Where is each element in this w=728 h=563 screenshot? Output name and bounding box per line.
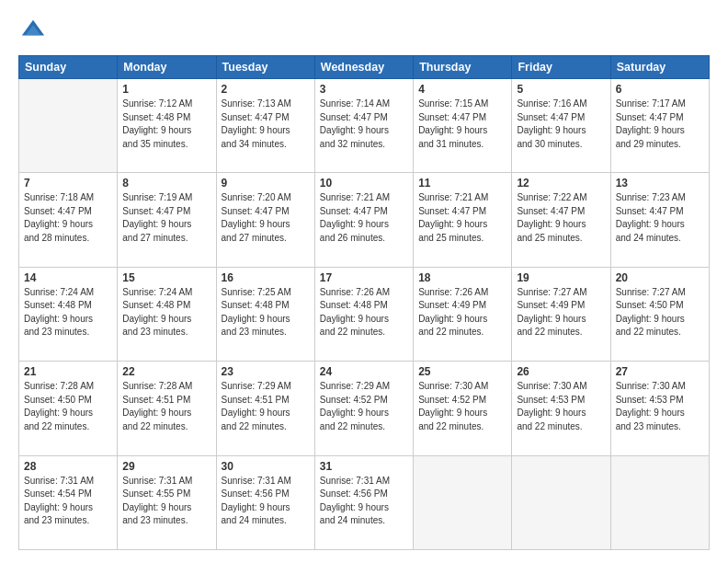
calendar-cell: 6Sunrise: 7:17 AMSunset: 4:47 PMDaylight… [610, 79, 709, 173]
page: SundayMondayTuesdayWednesdayThursdayFrid… [0, 0, 728, 563]
calendar-cell: 8Sunrise: 7:19 AMSunset: 4:47 PMDaylight… [118, 173, 216, 267]
day-info: Sunrise: 7:29 AMSunset: 4:51 PMDaylight:… [222, 380, 310, 433]
day-number: 22 [122, 365, 210, 378]
day-info: Sunrise: 7:27 AMSunset: 4:49 PMDaylight:… [517, 286, 605, 339]
calendar-cell: 22Sunrise: 7:28 AMSunset: 4:51 PMDayligh… [118, 362, 216, 455]
logo [18, 17, 50, 46]
calendar-cell: 3Sunrise: 7:14 AMSunset: 4:47 PMDaylight… [314, 79, 413, 173]
day-info: Sunrise: 7:21 AMSunset: 4:47 PMDaylight:… [418, 191, 506, 245]
day-info: Sunrise: 7:28 AMSunset: 4:50 PMDaylight:… [24, 380, 112, 433]
day-number: 18 [418, 271, 506, 284]
day-info: Sunrise: 7:30 AMSunset: 4:53 PMDaylight:… [616, 380, 704, 433]
calendar-cell: 20Sunrise: 7:27 AMSunset: 4:50 PMDayligh… [610, 267, 709, 361]
day-info: Sunrise: 7:29 AMSunset: 4:52 PMDaylight:… [320, 380, 408, 433]
calendar-cell: 13Sunrise: 7:23 AMSunset: 4:47 PMDayligh… [610, 173, 709, 267]
weekday-header: Monday [118, 56, 216, 79]
day-number: 10 [320, 177, 408, 190]
weekday-header: Sunday [19, 56, 118, 79]
weekday-header: Wednesday [314, 56, 413, 79]
day-info: Sunrise: 7:28 AMSunset: 4:51 PMDaylight:… [122, 380, 210, 433]
day-number: 12 [517, 177, 605, 190]
calendar-cell: 11Sunrise: 7:21 AMSunset: 4:47 PMDayligh… [414, 173, 512, 267]
day-info: Sunrise: 7:12 AMSunset: 4:48 PMDaylight:… [122, 98, 210, 151]
calendar-cell: 17Sunrise: 7:26 AMSunset: 4:48 PMDayligh… [314, 267, 413, 361]
day-info: Sunrise: 7:31 AMSunset: 4:54 PMDaylight:… [24, 475, 112, 528]
calendar-cell: 21Sunrise: 7:28 AMSunset: 4:50 PMDayligh… [19, 362, 118, 455]
day-info: Sunrise: 7:13 AMSunset: 4:47 PMDaylight:… [222, 98, 310, 151]
day-number: 4 [418, 83, 506, 96]
calendar-table: SundayMondayTuesdayWednesdayThursdayFrid… [18, 55, 710, 550]
calendar-cell [610, 455, 709, 549]
day-info: Sunrise: 7:24 AMSunset: 4:48 PMDaylight:… [122, 286, 210, 339]
calendar-cell: 14Sunrise: 7:24 AMSunset: 4:48 PMDayligh… [19, 267, 118, 361]
day-info: Sunrise: 7:21 AMSunset: 4:47 PMDaylight:… [320, 191, 408, 245]
calendar-cell: 24Sunrise: 7:29 AMSunset: 4:52 PMDayligh… [314, 362, 413, 455]
calendar-cell: 2Sunrise: 7:13 AMSunset: 4:47 PMDaylight… [216, 79, 314, 173]
day-info: Sunrise: 7:24 AMSunset: 4:48 PMDaylight:… [24, 286, 112, 339]
day-info: Sunrise: 7:27 AMSunset: 4:50 PMDaylight:… [616, 286, 704, 339]
day-info: Sunrise: 7:20 AMSunset: 4:47 PMDaylight:… [222, 191, 310, 245]
day-number: 25 [418, 365, 506, 378]
day-info: Sunrise: 7:25 AMSunset: 4:48 PMDaylight:… [222, 286, 310, 339]
day-info: Sunrise: 7:30 AMSunset: 4:52 PMDaylight:… [418, 380, 506, 433]
day-number: 30 [222, 460, 310, 473]
calendar-cell: 30Sunrise: 7:31 AMSunset: 4:56 PMDayligh… [216, 455, 314, 549]
day-number: 2 [222, 83, 310, 96]
calendar-cell: 15Sunrise: 7:24 AMSunset: 4:48 PMDayligh… [118, 267, 216, 361]
day-number: 13 [616, 177, 704, 190]
day-number: 11 [418, 177, 506, 190]
day-number: 3 [320, 83, 408, 96]
calendar-cell: 1Sunrise: 7:12 AMSunset: 4:48 PMDaylight… [118, 79, 216, 173]
calendar-cell: 27Sunrise: 7:30 AMSunset: 4:53 PMDayligh… [610, 362, 709, 455]
day-info: Sunrise: 7:26 AMSunset: 4:49 PMDaylight:… [418, 286, 506, 339]
calendar-cell: 28Sunrise: 7:31 AMSunset: 4:54 PMDayligh… [19, 455, 118, 549]
day-info: Sunrise: 7:22 AMSunset: 4:47 PMDaylight:… [517, 191, 605, 245]
day-info: Sunrise: 7:18 AMSunset: 4:47 PMDaylight:… [24, 191, 112, 245]
calendar-cell [19, 79, 118, 173]
day-number: 5 [517, 83, 605, 96]
calendar-cell [512, 455, 610, 549]
calendar-cell: 25Sunrise: 7:30 AMSunset: 4:52 PMDayligh… [414, 362, 512, 455]
day-number: 14 [24, 271, 112, 284]
weekday-header: Friday [512, 56, 610, 79]
day-info: Sunrise: 7:15 AMSunset: 4:47 PMDaylight:… [418, 98, 506, 151]
day-info: Sunrise: 7:16 AMSunset: 4:47 PMDaylight:… [517, 98, 605, 151]
calendar-cell: 9Sunrise: 7:20 AMSunset: 4:47 PMDaylight… [216, 173, 314, 267]
calendar-cell: 19Sunrise: 7:27 AMSunset: 4:49 PMDayligh… [512, 267, 610, 361]
day-number: 26 [517, 365, 605, 378]
day-info: Sunrise: 7:31 AMSunset: 4:55 PMDaylight:… [122, 475, 210, 528]
day-number: 23 [222, 365, 310, 378]
weekday-header: Saturday [610, 56, 709, 79]
day-number: 7 [24, 177, 112, 190]
day-number: 1 [122, 83, 210, 96]
calendar-cell: 29Sunrise: 7:31 AMSunset: 4:55 PMDayligh… [118, 455, 216, 549]
calendar-cell [414, 455, 512, 549]
day-number: 31 [320, 460, 408, 473]
day-number: 8 [122, 177, 210, 190]
calendar-cell: 7Sunrise: 7:18 AMSunset: 4:47 PMDaylight… [19, 173, 118, 267]
day-number: 17 [320, 271, 408, 284]
day-info: Sunrise: 7:17 AMSunset: 4:47 PMDaylight:… [616, 98, 704, 151]
day-number: 15 [122, 271, 210, 284]
calendar-cell: 26Sunrise: 7:30 AMSunset: 4:53 PMDayligh… [512, 362, 610, 455]
day-info: Sunrise: 7:14 AMSunset: 4:47 PMDaylight:… [320, 98, 408, 151]
calendar-cell: 16Sunrise: 7:25 AMSunset: 4:48 PMDayligh… [216, 267, 314, 361]
logo-icon [20, 17, 46, 42]
day-info: Sunrise: 7:26 AMSunset: 4:48 PMDaylight:… [320, 286, 408, 339]
calendar-cell: 31Sunrise: 7:31 AMSunset: 4:56 PMDayligh… [314, 455, 413, 549]
day-info: Sunrise: 7:31 AMSunset: 4:56 PMDaylight:… [320, 475, 408, 528]
calendar-cell: 5Sunrise: 7:16 AMSunset: 4:47 PMDaylight… [512, 79, 610, 173]
day-number: 9 [222, 177, 310, 190]
day-number: 28 [24, 460, 112, 473]
day-number: 19 [517, 271, 605, 284]
day-info: Sunrise: 7:23 AMSunset: 4:47 PMDaylight:… [616, 191, 704, 245]
header [18, 17, 710, 46]
calendar-cell: 23Sunrise: 7:29 AMSunset: 4:51 PMDayligh… [216, 362, 314, 455]
day-info: Sunrise: 7:19 AMSunset: 4:47 PMDaylight:… [122, 191, 210, 245]
weekday-header: Thursday [414, 56, 512, 79]
day-number: 20 [616, 271, 704, 284]
day-info: Sunrise: 7:30 AMSunset: 4:53 PMDaylight:… [517, 380, 605, 433]
day-number: 16 [222, 271, 310, 284]
day-number: 24 [320, 365, 408, 378]
day-info: Sunrise: 7:31 AMSunset: 4:56 PMDaylight:… [222, 475, 310, 528]
